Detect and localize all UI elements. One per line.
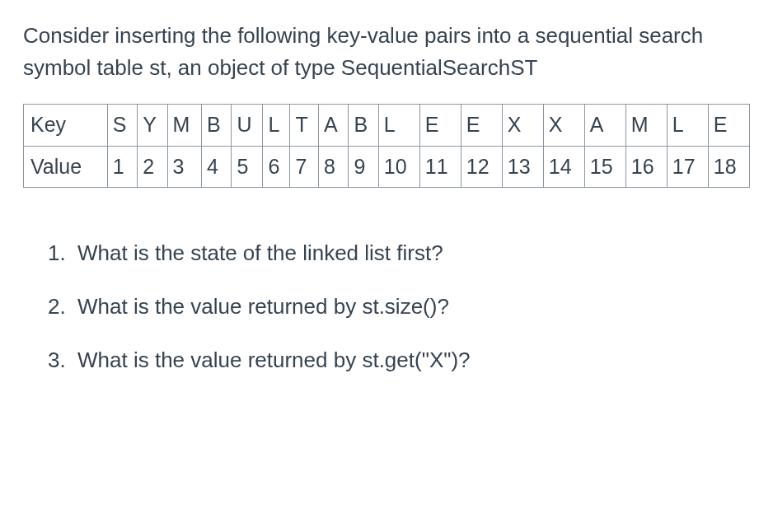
table-row: Value 1 2 3 4 5 6 7 8 9 10 11 12 13 14 1… — [24, 146, 750, 188]
value-cell: 10 — [378, 146, 419, 188]
key-cell: Y — [138, 105, 167, 147]
value-cell: 13 — [502, 146, 543, 188]
value-cell: 7 — [290, 146, 319, 188]
question-item: What is the value returned by st.get("X"… — [48, 344, 750, 376]
value-cell: 4 — [202, 146, 232, 188]
value-cell: 12 — [461, 146, 502, 188]
row-label-key: Key — [24, 105, 108, 147]
key-cell: T — [290, 105, 319, 147]
key-cell: L — [667, 105, 708, 147]
value-cell: 2 — [138, 146, 167, 188]
key-cell: A — [319, 105, 349, 147]
value-cell: 18 — [708, 146, 749, 188]
key-cell: M — [167, 105, 201, 147]
key-cell: L — [378, 105, 419, 147]
key-cell: E — [461, 105, 502, 147]
value-cell: 17 — [667, 146, 708, 188]
value-cell: 6 — [263, 146, 290, 188]
value-cell: 1 — [107, 146, 137, 188]
value-cell: 3 — [167, 146, 201, 188]
key-cell: X — [502, 105, 543, 147]
key-cell: E — [708, 105, 749, 147]
key-cell: L — [263, 105, 290, 147]
value-cell: 8 — [319, 146, 349, 188]
table-row: Key S Y M B U L T A B L E E X X A M L E — [24, 105, 750, 147]
value-cell: 5 — [232, 146, 263, 188]
key-cell: A — [584, 105, 625, 147]
question-item: What is the value returned by st.size()? — [48, 291, 750, 323]
key-cell: B — [349, 105, 378, 147]
key-cell: M — [625, 105, 667, 147]
question-item: What is the state of the linked list fir… — [48, 237, 750, 269]
row-label-value: Value — [24, 146, 108, 188]
value-cell: 16 — [625, 146, 667, 188]
key-value-table: Key S Y M B U L T A B L E E X X A M L E … — [23, 104, 750, 188]
key-cell: U — [232, 105, 263, 147]
key-cell: S — [107, 105, 137, 147]
question-list: What is the state of the linked list fir… — [23, 237, 750, 376]
value-cell: 9 — [349, 146, 378, 188]
value-cell: 15 — [584, 146, 625, 188]
key-cell: E — [419, 105, 461, 147]
value-cell: 11 — [419, 146, 461, 188]
value-cell: 14 — [543, 146, 584, 188]
key-cell: X — [543, 105, 584, 147]
key-cell: B — [202, 105, 232, 147]
intro-text: Consider inserting the following key-val… — [23, 20, 750, 84]
